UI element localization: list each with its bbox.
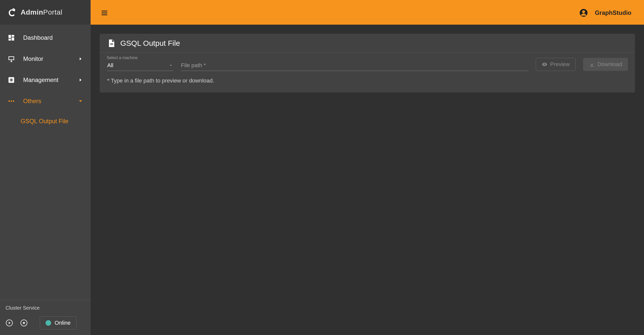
preview-button[interactable]: Preview (536, 58, 576, 71)
sidebar-nav: Dashboard Monitor Management (0, 25, 91, 300)
brand[interactable]: AdminPortal (0, 0, 91, 25)
svg-rect-15 (110, 45, 113, 45)
svg-rect-11 (102, 14, 107, 15)
file-icon (107, 39, 116, 48)
account-icon[interactable] (579, 9, 588, 17)
cluster-service-label: Cluster Service (6, 305, 85, 311)
hamburger-menu-button[interactable] (101, 9, 108, 17)
sidebar: AdminPortal Dashboard Monitor (0, 0, 91, 335)
sidebar-item-management[interactable]: Management (0, 69, 91, 91)
machine-select-group: Select a machine All (107, 56, 173, 71)
machine-select-value: All (107, 62, 113, 69)
eye-icon (542, 61, 548, 67)
status-dot-icon (46, 320, 51, 326)
svg-rect-0 (9, 57, 14, 60)
svg-point-3 (9, 100, 10, 102)
card-header: GSQL Output File (100, 34, 635, 53)
sidebar-item-label: Monitor (23, 55, 43, 62)
helper-text: * Type in a file path to preview or down… (107, 71, 628, 91)
sidebar-item-label: Management (23, 76, 58, 83)
sidebar-item-label: Dashboard (23, 34, 53, 41)
svg-point-5 (13, 100, 14, 102)
sidebar-item-monitor[interactable]: Monitor (0, 48, 91, 69)
main: GraphStudio GSQL Output File Select a ma… (91, 0, 644, 335)
svg-rect-9 (102, 11, 107, 11)
play-button[interactable] (6, 319, 13, 327)
svg-point-2 (10, 79, 12, 81)
file-path-field (181, 62, 528, 71)
user-name-link[interactable]: GraphStudio (595, 9, 634, 16)
more-horizontal-icon (8, 97, 15, 105)
download-button-label: Download (597, 61, 622, 68)
chevron-down-icon (78, 99, 83, 104)
sidebar-item-others[interactable]: Others (0, 91, 91, 112)
content: GSQL Output File Select a machine All (91, 25, 644, 335)
dropdown-arrow-icon (169, 63, 173, 67)
svg-rect-14 (110, 43, 113, 44)
download-icon (589, 61, 595, 67)
svg-point-16 (544, 64, 545, 65)
stop-button[interactable] (20, 319, 28, 327)
chevron-right-icon (78, 56, 83, 61)
chevron-right-icon (78, 77, 83, 82)
topbar: GraphStudio (91, 1, 644, 25)
monitor-icon (8, 55, 15, 63)
status-text: Online (55, 320, 71, 326)
brand-text: AdminPortal (21, 8, 62, 16)
page-title: GSQL Output File (120, 39, 180, 48)
file-path-input[interactable] (181, 62, 528, 69)
gsql-output-file-card: GSQL Output File Select a machine All (100, 34, 635, 93)
preview-button-label: Preview (550, 61, 570, 68)
sidebar-item-label: Others (23, 98, 41, 105)
svg-point-13 (582, 10, 585, 13)
brand-logo-icon (7, 7, 17, 17)
svg-rect-8 (23, 322, 25, 324)
settings-app-icon (8, 76, 15, 84)
card-body: Select a machine All (100, 53, 635, 93)
machine-select[interactable]: All (107, 62, 173, 71)
dashboard-icon (8, 34, 15, 41)
sidebar-footer: Cluster Service Online (0, 300, 91, 335)
sidebar-subitem-gsql-output-file[interactable]: GSQL Output File (0, 112, 91, 131)
download-button[interactable]: Download (583, 58, 628, 71)
svg-point-4 (11, 100, 12, 102)
sidebar-item-dashboard[interactable]: Dashboard (0, 27, 91, 48)
machine-select-label: Select a machine (107, 56, 173, 60)
sidebar-subitem-label: GSQL Output File (21, 118, 68, 125)
status-chip[interactable]: Online (40, 316, 77, 329)
svg-rect-10 (102, 12, 107, 13)
